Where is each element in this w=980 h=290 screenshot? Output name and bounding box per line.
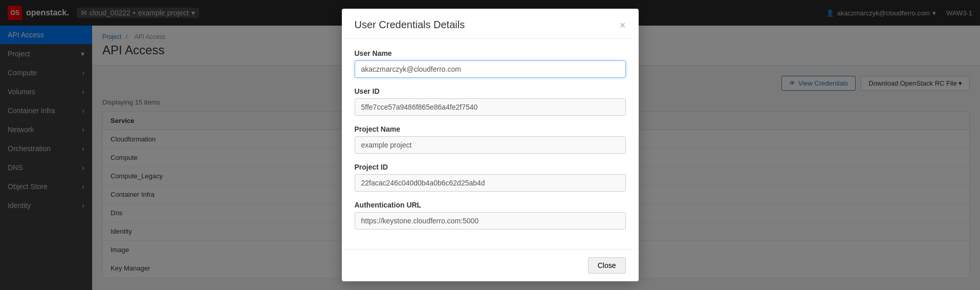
project-name-group: Project Name xyxy=(355,125,626,154)
project-id-label: Project ID xyxy=(355,163,626,171)
username-label: User Name xyxy=(355,49,626,57)
userid-group: User ID xyxy=(355,87,626,116)
modal-body: User Name User ID Project Name Project I… xyxy=(342,39,639,249)
username-input[interactable] xyxy=(355,60,626,78)
modal-overlay[interactable]: User Credentials Details × User Name Use… xyxy=(0,0,980,290)
project-id-input[interactable] xyxy=(355,174,626,192)
project-id-group: Project ID xyxy=(355,163,626,192)
auth-url-label: Authentication URL xyxy=(355,201,626,209)
userid-input[interactable] xyxy=(355,98,626,116)
project-name-label: Project Name xyxy=(355,125,626,133)
modal-close-button[interactable]: × xyxy=(620,20,626,30)
project-name-input[interactable] xyxy=(355,136,626,154)
modal-header: User Credentials Details × xyxy=(342,9,639,39)
username-group: User Name xyxy=(355,49,626,78)
user-credentials-modal: User Credentials Details × User Name Use… xyxy=(342,9,639,281)
auth-url-group: Authentication URL xyxy=(355,201,626,230)
auth-url-input[interactable] xyxy=(355,212,626,230)
close-button[interactable]: Close xyxy=(588,257,626,274)
userid-label: User ID xyxy=(355,87,626,95)
modal-footer: Close xyxy=(342,249,639,281)
modal-title: User Credentials Details xyxy=(355,19,465,31)
